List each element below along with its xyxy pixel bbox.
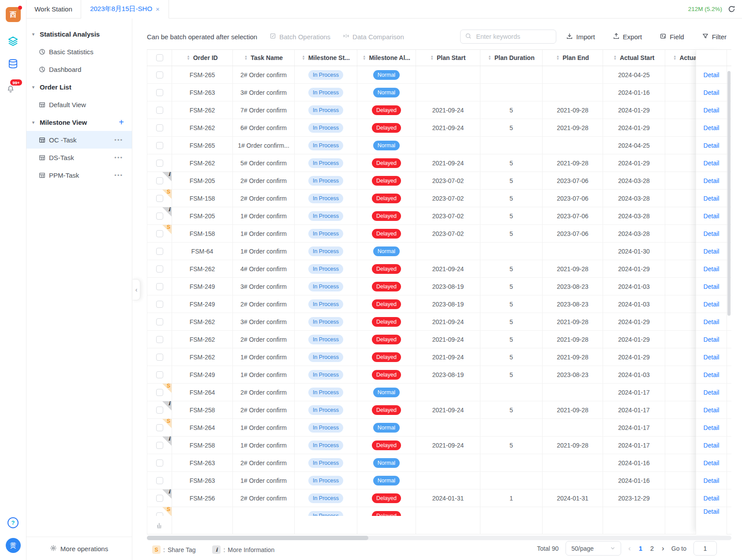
vertical-scrollbar-thumb[interactable]: [727, 71, 731, 316]
sidebar-item-ppm-task[interactable]: PPM-Task •••: [26, 166, 132, 184]
row-checkbox[interactable]: [156, 265, 163, 273]
detail-link[interactable]: Detail: [704, 142, 720, 149]
more-operations-button[interactable]: More operations: [26, 537, 132, 560]
field-button[interactable]: Field: [660, 33, 684, 41]
detail-link[interactable]: Detail: [704, 177, 720, 184]
page-button-1[interactable]: 1: [639, 545, 642, 552]
row-checkbox[interactable]: [156, 459, 163, 467]
column-header-task-name[interactable]: ▲▼Task Name: [233, 50, 295, 66]
next-page-button[interactable]: ›: [662, 544, 664, 553]
refresh-icon[interactable]: [727, 5, 736, 13]
detail-link[interactable]: Detail: [704, 195, 720, 202]
user-avatar[interactable]: 黄: [6, 538, 21, 553]
sidebar-section-order-list[interactable]: ▾ Order List: [26, 78, 132, 96]
row-checkbox[interactable]: [156, 71, 163, 78]
row-checkbox[interactable]: [156, 442, 163, 449]
detail-link[interactable]: Detail: [704, 371, 720, 378]
layers-icon[interactable]: [8, 36, 18, 46]
row-checkbox[interactable]: [156, 160, 163, 167]
sidebar-collapse-handle[interactable]: ‹: [132, 279, 140, 300]
row-checkbox[interactable]: [156, 336, 163, 343]
detail-link[interactable]: Detail: [704, 508, 720, 515]
detail-link[interactable]: Detail: [704, 354, 720, 361]
sidebar-item-ds-task[interactable]: DS-Task •••: [26, 149, 132, 166]
goto-page-input[interactable]: [693, 541, 717, 556]
row-checkbox[interactable]: [156, 89, 163, 96]
tab-active-document[interactable]: 2023年8月15日-SHO ×: [81, 0, 169, 19]
help-icon[interactable]: ?: [7, 517, 19, 528]
sidebar-item-default-view[interactable]: Default View: [26, 96, 132, 113]
bar-chart-icon[interactable]: [156, 522, 163, 529]
column-header-plan-start[interactable]: ▲▼Plan Start: [416, 50, 480, 66]
sidebar-item-basic-statistics[interactable]: Basic Statistics: [26, 43, 132, 60]
more-menu-icon[interactable]: •••: [114, 172, 123, 179]
batch-operations-button[interactable]: Batch Operations: [270, 33, 330, 41]
detail-link[interactable]: Detail: [704, 477, 720, 484]
sidebar-section-milestone-view[interactable]: ▾ Milestone View +: [26, 113, 132, 131]
database-icon[interactable]: [8, 59, 18, 69]
tab-work-station[interactable]: Work Station: [26, 0, 81, 18]
sidebar-item-oc-task[interactable]: OC -Task •••: [26, 131, 132, 149]
select-all-checkbox[interactable]: [156, 54, 163, 61]
detail-link[interactable]: Detail: [704, 442, 720, 449]
row-checkbox[interactable]: [156, 495, 163, 502]
detail-link[interactable]: Detail: [704, 459, 720, 467]
add-view-icon[interactable]: +: [119, 118, 124, 127]
detail-link[interactable]: Detail: [704, 318, 720, 325]
prev-page-button[interactable]: ‹: [628, 544, 631, 553]
search-input[interactable]: [475, 33, 547, 41]
row-checkbox[interactable]: [156, 407, 163, 414]
column-header-plan-end[interactable]: ▲▼Plan End: [543, 50, 603, 66]
row-checkbox[interactable]: [156, 195, 163, 202]
detail-link[interactable]: Detail: [704, 230, 720, 237]
data-comparison-button[interactable]: Data Comparison: [343, 33, 404, 41]
column-header-actual-start[interactable]: ▲▼Actual Start: [603, 50, 665, 66]
row-checkbox[interactable]: [156, 318, 163, 325]
detail-link[interactable]: Detail: [704, 407, 720, 414]
row-checkbox[interactable]: [156, 389, 163, 396]
page-button-2[interactable]: 2: [650, 545, 654, 552]
row-checkbox[interactable]: [156, 124, 163, 131]
row-checkbox[interactable]: [156, 477, 163, 484]
detail-link[interactable]: Detail: [704, 124, 720, 131]
more-menu-icon[interactable]: •••: [114, 137, 123, 143]
row-checkbox[interactable]: [156, 107, 163, 114]
sidebar-section-statistical-analysis[interactable]: ▾ Statistical Analysis: [26, 25, 132, 43]
row-checkbox[interactable]: [156, 424, 163, 431]
sidebar-item-dashboard[interactable]: Dashboard: [26, 60, 132, 78]
detail-link[interactable]: Detail: [704, 213, 720, 220]
detail-link[interactable]: Detail: [704, 107, 720, 114]
row-checkbox[interactable]: [156, 283, 163, 290]
detail-link[interactable]: Detail: [704, 495, 720, 502]
row-checkbox[interactable]: [156, 230, 163, 237]
row-checkbox[interactable]: [156, 512, 163, 516]
detail-link[interactable]: Detail: [704, 424, 720, 431]
import-button[interactable]: Import: [566, 33, 595, 41]
column-header-milestone-al-[interactable]: ▲▼Milestone Al...: [357, 50, 416, 66]
detail-link[interactable]: Detail: [704, 89, 720, 96]
page-size-select[interactable]: 50/page: [566, 541, 621, 556]
row-checkbox[interactable]: [156, 213, 163, 220]
detail-link[interactable]: Detail: [704, 301, 720, 308]
horizontal-scrollbar-thumb[interactable]: [147, 536, 368, 540]
detail-link[interactable]: Detail: [704, 248, 720, 255]
row-checkbox[interactable]: [156, 142, 163, 149]
detail-link[interactable]: Detail: [704, 160, 720, 167]
close-icon[interactable]: ×: [156, 6, 160, 12]
column-header-milestone-st-[interactable]: ▲▼Milestone St...: [295, 50, 357, 66]
notifications-bell-icon[interactable]: 99+: [5, 79, 21, 93]
row-checkbox[interactable]: [156, 177, 163, 184]
filter-button[interactable]: Filter: [702, 33, 727, 41]
column-header-plan-duration[interactable]: ▲▼Plan Duration: [480, 50, 543, 66]
detail-link[interactable]: Detail: [704, 265, 720, 273]
detail-link[interactable]: Detail: [704, 389, 720, 396]
app-logo[interactable]: 西: [6, 7, 21, 22]
row-checkbox[interactable]: [156, 371, 163, 378]
row-checkbox[interactable]: [156, 354, 163, 361]
detail-link[interactable]: Detail: [704, 71, 720, 78]
export-button[interactable]: Export: [613, 33, 642, 41]
detail-link[interactable]: Detail: [704, 336, 720, 343]
row-checkbox[interactable]: [156, 248, 163, 255]
column-header-order-id[interactable]: ▲▼Order ID: [172, 50, 233, 66]
detail-link[interactable]: Detail: [704, 283, 720, 290]
